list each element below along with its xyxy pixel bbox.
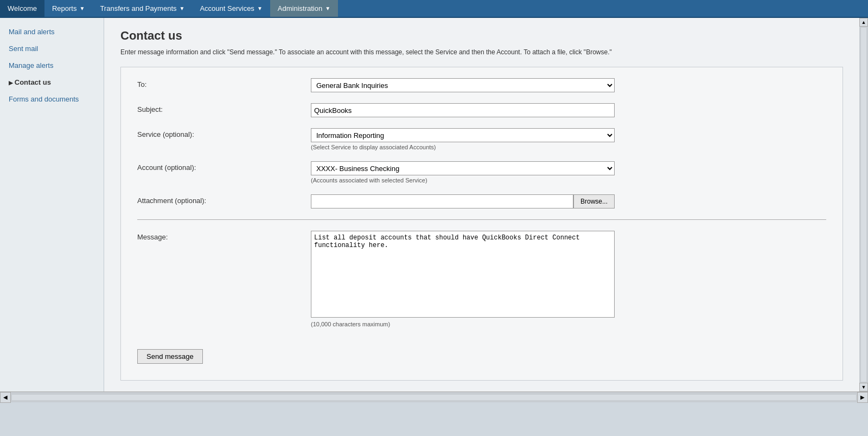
nav-welcome-label: Welcome [8,4,37,12]
service-select[interactable]: Information Reporting [311,128,615,142]
account-hint: (Accounts associated with selected Servi… [311,177,615,184]
subject-row: Subject: [137,103,826,117]
subject-field [311,103,615,117]
page-description: Enter message information and click "Sen… [120,48,843,56]
account-select[interactable]: XXXX- Business Checking [311,161,615,175]
account-label: Account (optional): [137,161,311,172]
send-row: Send message [137,338,826,364]
page-title: Contact us [120,29,843,43]
to-field: General Bank Inquiries [311,78,615,92]
chevron-down-icon: ▼ [257,5,263,11]
attachment-row: Attachment (optional): Browse... [137,194,826,208]
chevron-down-icon: ▼ [79,5,85,11]
chevron-down-icon: ▼ [180,5,185,11]
char-limit: (10,000 characters maximum) [311,321,615,327]
scroll-left-arrow[interactable]: ◀ [0,392,11,403]
scroll-v-track [861,28,866,382]
sidebar-item-mail-alerts[interactable]: Mail and alerts [0,23,104,40]
scroll-up-arrow[interactable]: ▲ [859,18,868,27]
nav-administration-label: Administration [278,4,322,12]
message-field: (10,000 characters maximum) [311,231,615,327]
account-field: XXXX- Business Checking (Accounts associ… [311,161,615,184]
vertical-scrollbar[interactable]: ▲ ▼ [859,18,868,391]
subject-input[interactable] [311,103,615,117]
nav-welcome[interactable]: Welcome [0,0,44,17]
browse-button[interactable]: Browse... [573,194,615,208]
message-label: Message: [137,231,311,241]
to-label: To: [137,78,311,89]
service-field: Information Reporting (Select Service to… [311,128,615,150]
message-row: Message: (10,000 characters maximum) [137,231,826,327]
attachment-input[interactable] [311,194,573,208]
sidebar-item-contact-us[interactable]: Contact us [0,74,104,91]
top-navigation: Welcome Reports ▼ Transfers and Payments… [0,0,868,18]
nav-account-services-label: Account Services [200,4,254,12]
sidebar-item-sent-mail[interactable]: Sent mail [0,40,104,57]
attachment-label: Attachment (optional): [137,194,311,205]
message-textarea[interactable] [311,231,615,318]
scroll-h-track [12,395,856,400]
account-row: Account (optional): XXXX- Business Check… [137,161,826,184]
service-label: Service (optional): [137,128,311,138]
contact-form-container: To: General Bank Inquiries Subject: Serv… [120,67,843,381]
nav-administration[interactable]: Administration ▼ [270,0,338,17]
sidebar-item-manage-alerts[interactable]: Manage alerts [0,57,104,74]
nav-account-services[interactable]: Account Services ▼ [192,0,270,17]
attachment-input-row: Browse... [311,194,615,208]
nav-transfers-label: Transfers and Payments [100,4,176,12]
scroll-down-arrow[interactable]: ▼ [859,383,868,391]
nav-reports[interactable]: Reports ▼ [44,0,92,17]
horizontal-scrollbar[interactable]: ◀ ▶ [0,391,868,402]
nav-transfers[interactable]: Transfers and Payments ▼ [92,0,192,17]
form-divider [137,219,826,220]
to-row: To: General Bank Inquiries [137,78,826,92]
sidebar: Mail and alerts Sent mail Manage alerts … [0,18,104,391]
nav-reports-label: Reports [52,4,77,12]
to-select[interactable]: General Bank Inquiries [311,78,615,92]
scroll-right-arrow[interactable]: ▶ [857,392,868,403]
sidebar-item-forms-docs[interactable]: Forms and documents [0,91,104,108]
send-message-button[interactable]: Send message [137,349,203,364]
chevron-down-icon: ▼ [325,5,330,11]
main-content: Contact us Enter message information and… [104,18,859,391]
service-hint: (Select Service to display associated Ac… [311,144,615,150]
service-row: Service (optional): Information Reportin… [137,128,826,150]
attachment-field: Browse... [311,194,615,208]
subject-label: Subject: [137,103,311,113]
